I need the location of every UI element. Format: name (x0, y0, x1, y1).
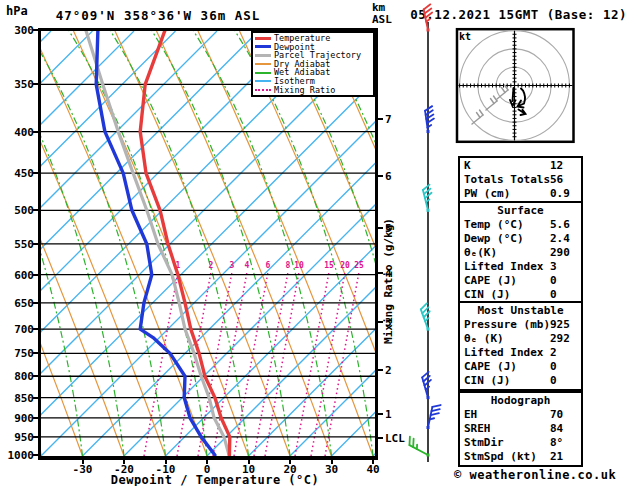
stat-label: K (464, 159, 471, 172)
pressure-tick-mark (33, 375, 38, 377)
pressure-tick-mark (33, 436, 38, 438)
stat-label: CIN (J) (464, 288, 510, 301)
wind-barb-400 (425, 106, 434, 131)
km-tick-label: 2 (385, 364, 392, 377)
stats-row: CIN (J)0 (460, 374, 581, 388)
wind-barb-station-dot (427, 426, 430, 429)
pressure-tick-mark (33, 243, 38, 245)
stat-label: PW (cm) (464, 187, 510, 200)
mixing-ratio-value-label: 6 (266, 261, 271, 270)
stat-value: 2 (550, 346, 557, 360)
km-tick-mark (378, 413, 383, 415)
wind-barb-500 (423, 185, 432, 211)
pressure-tick-label: 350 (2, 78, 34, 91)
stats-row: Temp (°C)5.6 (460, 218, 581, 232)
pressure-tick-mark (33, 131, 38, 133)
pressure-tick-label: 750 (2, 347, 34, 360)
mixing-ratio-line (265, 272, 299, 456)
legend-label: Mixing Ratio (274, 86, 335, 95)
lcl-tick-mark (378, 437, 383, 439)
pressure-tick-label: 1000 (2, 449, 34, 462)
mixing-ratio-value-label: 25 (354, 261, 364, 270)
pressure-tick-label: 850 (2, 392, 34, 405)
pressure-tick-mark (33, 328, 38, 330)
stats-row: Lifted Index2 (460, 346, 581, 360)
stat-value: 70 (550, 408, 563, 422)
stat-label: Dewp (°C) (464, 232, 524, 245)
stats-table: K12Totals Totals56PW (cm)0.9 (458, 156, 583, 204)
stat-value: 2.4 (550, 232, 570, 246)
wind-barb-station-dot (427, 130, 430, 133)
stat-value: 8° (550, 436, 563, 450)
stats-row: Totals Totals56 (460, 173, 581, 187)
stats-row: PW (cm)0.9 (460, 187, 581, 201)
legend-swatch-dry-adiabat (255, 63, 271, 65)
stat-label: Temp (°C) (464, 218, 524, 231)
legend-swatch-wet-adiabat (255, 72, 271, 74)
stat-label: Pressure (mb) (464, 318, 550, 331)
stats-row: K12 (460, 159, 581, 173)
stats-table-header: Hodograph (460, 394, 581, 408)
wind-barb-station-dot (427, 29, 430, 32)
wind-barb-station-dot (427, 328, 430, 331)
pressure-axis-unit: hPa (6, 4, 28, 18)
mixing-ratio-value-label: 8 (286, 261, 291, 270)
legend-swatch-dewpoint (255, 45, 271, 48)
stats-row: Dewp (°C)2.4 (460, 232, 581, 246)
pressure-tick-mark (33, 397, 38, 399)
stat-value: 3 (550, 260, 557, 274)
stat-value: 925 (550, 318, 570, 332)
stats-row: CAPE (J)0 (460, 274, 581, 288)
stat-label: CIN (J) (464, 374, 510, 387)
wind-barb-station-dot (427, 454, 430, 457)
stat-label: Totals Totals (464, 173, 550, 186)
stat-value: 12 (550, 159, 563, 173)
pressure-tick-mark (33, 83, 38, 85)
wind-barb-staff (409, 445, 428, 455)
pressure-tick-mark (33, 209, 38, 211)
pressure-tick-label: 500 (2, 204, 34, 217)
mixing-ratio-axis-title: Mixing Ratio (g/kg) (382, 211, 396, 351)
km-tick-label: 6 (385, 170, 392, 183)
pressure-tick-label: 950 (2, 431, 34, 444)
pressure-tick-label: 900 (2, 412, 34, 425)
stats-row: StmDir8° (460, 436, 581, 450)
stat-value: 0.9 (550, 187, 570, 201)
stat-label: CAPE (J) (464, 274, 517, 287)
stats-table-header: Most Unstable (460, 304, 581, 318)
pressure-tick-label: 650 (2, 297, 34, 310)
stat-label: CAPE (J) (464, 360, 517, 373)
stat-value: 84 (550, 422, 563, 436)
stats-row: θₑ(K)290 (460, 246, 581, 260)
pressure-tick-label: 450 (2, 167, 34, 180)
stat-value: 0 (550, 288, 557, 302)
pressure-tick-label: 600 (2, 269, 34, 282)
altitude-axis-unit-asl: ASL (372, 13, 392, 26)
hodograph-unit-label: kt (459, 31, 471, 42)
stats-row: Pressure (mb)925 (460, 318, 581, 332)
stat-label: SREH (464, 422, 491, 435)
stats-row: θₑ (K)292 (460, 332, 581, 346)
mixing-ratio-value-label: 4 (245, 261, 250, 270)
stat-label: θₑ (K) (464, 332, 504, 345)
stats-row: SREH84 (460, 422, 581, 436)
stats-row: CIN (J)0 (460, 288, 581, 302)
pressure-tick-label: 700 (2, 323, 34, 336)
stat-value: 0 (550, 374, 557, 388)
mixing-ratio-line (325, 272, 359, 456)
mixing-ratio-value-label: 20 (340, 261, 350, 270)
wind-barb-feather (432, 405, 440, 407)
mixing-ratio-value-label: 2 (209, 261, 214, 270)
legend-swatch-temperature (255, 37, 271, 40)
wind-barb-feather (424, 4, 431, 9)
hodograph: kt (454, 27, 578, 145)
wind-barb-feather (425, 13, 432, 18)
copyright: © weatheronline.co.uk (454, 468, 616, 482)
pressure-tick-label: 300 (2, 24, 34, 37)
stats-row: EH70 (460, 408, 581, 422)
stats-table: Most UnstablePressure (mb)925θₑ (K)292Li… (458, 301, 583, 391)
stat-value: 56 (550, 173, 563, 187)
km-tick-label: 7 (385, 113, 392, 126)
stat-value: 0 (550, 360, 557, 374)
stats-table: HodographEH70SREH84StmDir8°StmSpd (kt)21 (458, 391, 583, 467)
